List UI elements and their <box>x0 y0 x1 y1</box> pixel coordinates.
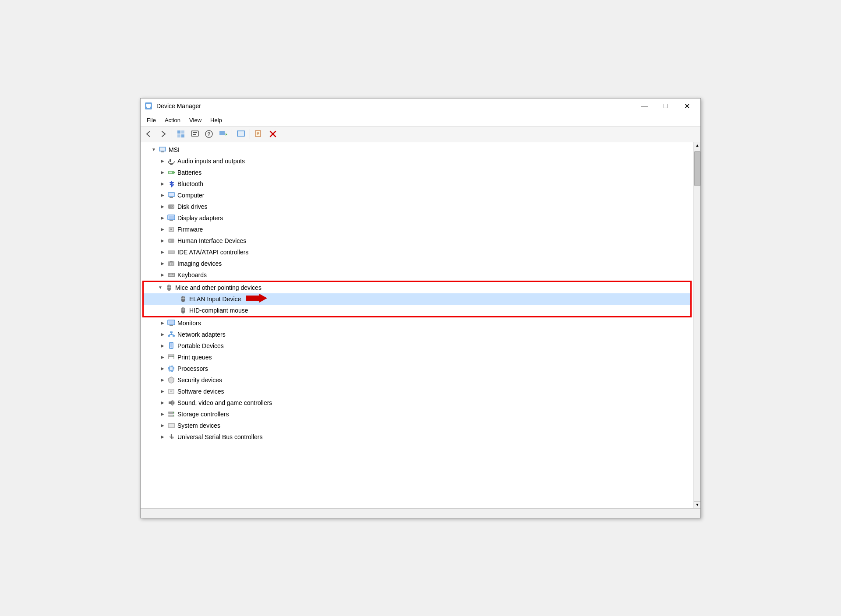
expand-imaging[interactable]: ▶ <box>158 259 167 268</box>
expand-system[interactable]: ▶ <box>158 421 167 430</box>
console-button[interactable] <box>234 128 247 140</box>
scroll-thumb[interactable] <box>694 151 700 186</box>
tree-print[interactable]: ▶ Print queues <box>141 352 693 363</box>
expand-display[interactable]: ▶ <box>158 214 167 222</box>
svg-point-105 <box>173 412 174 413</box>
tree-system[interactable]: ▶ System devices <box>141 420 693 431</box>
expand-monitors[interactable]: ▶ <box>158 319 167 327</box>
expand-batteries[interactable]: ▶ <box>158 168 167 177</box>
svg-rect-73 <box>173 335 175 337</box>
tree-usb[interactable]: ▶ Universal Serial Bus controllers <box>141 431 693 443</box>
scan-button[interactable] <box>216 128 230 140</box>
expand-processors[interactable]: ▶ <box>158 364 167 373</box>
elan-icon <box>179 295 187 303</box>
svg-rect-99 <box>169 390 173 393</box>
tree-monitors[interactable]: ▶ Monitors <box>141 317 693 329</box>
tree-portable[interactable]: ▶ Portable Devices <box>141 340 693 352</box>
tree-storage[interactable]: ▶ Storage controllers <box>141 408 693 420</box>
expand-msi[interactable]: ▼ <box>149 145 158 154</box>
maximize-button[interactable]: □ <box>656 99 676 113</box>
tree-imaging[interactable]: ▶ Imaging devices <box>141 258 693 269</box>
tree-keyboards[interactable]: ▶ Keyboards <box>141 269 693 281</box>
tree-disk[interactable]: ▶ Disk drives <box>141 201 693 212</box>
device-tree[interactable]: ▼ MSI ▶ <box>141 142 693 508</box>
expand-print[interactable]: ▶ <box>158 353 167 362</box>
svg-rect-3 <box>177 130 180 134</box>
firmware-icon <box>167 225 176 234</box>
expand-network[interactable]: ▶ <box>158 330 167 339</box>
expand-keyboards[interactable]: ▶ <box>158 271 167 279</box>
red-arrow-indicator <box>246 293 267 305</box>
scroll-down-button[interactable]: ▼ <box>694 501 700 508</box>
svg-rect-5 <box>177 134 180 137</box>
svg-rect-52 <box>169 274 170 275</box>
back-button[interactable] <box>142 128 155 140</box>
tree-elan[interactable]: ▶ ELAN Input Device <box>144 293 690 305</box>
tree-ide[interactable]: ▶ IDE ATA/ATAPI controllers <box>141 246 693 258</box>
tree-network[interactable]: ▶ Network adapters <box>141 329 693 340</box>
svg-marker-110 <box>170 434 172 435</box>
expand-usb[interactable]: ▶ <box>158 433 167 441</box>
tree-software[interactable]: ▶ Software devices <box>141 386 693 397</box>
elan-label: ELAN Input Device <box>189 296 241 303</box>
show-changed-button[interactable] <box>188 128 201 140</box>
scrollbar[interactable]: ▲ ▼ <box>693 142 700 508</box>
svg-point-49 <box>171 263 172 264</box>
expand-firmware[interactable]: ▶ <box>158 225 167 234</box>
tree-root-msi[interactable]: ▼ MSI <box>141 144 693 155</box>
tree-hid-mouse[interactable]: ▶ HID-compliant mouse <box>144 305 690 316</box>
expand-computer[interactable]: ▶ <box>158 191 167 200</box>
tree-batteries[interactable]: ▶ Batteries <box>141 167 693 178</box>
svg-rect-2 <box>147 107 150 108</box>
menu-bar: File Action View Help <box>141 114 700 127</box>
expand-sound[interactable]: ▶ <box>158 398 167 407</box>
svg-marker-102 <box>169 400 173 406</box>
disk-label: Disk drives <box>177 203 207 210</box>
menu-view[interactable]: View <box>185 115 206 125</box>
menu-action[interactable]: Action <box>160 115 185 125</box>
tree-security[interactable]: ▶ Security devices <box>141 374 693 386</box>
tree-bluetooth[interactable]: ▶ Bluetooth <box>141 178 693 190</box>
tree-hid[interactable]: ▶ Human Interface Devices <box>141 235 693 246</box>
svg-rect-7 <box>191 131 198 136</box>
audio-label: Audio inputs and outputs <box>177 158 245 165</box>
tree-audio[interactable]: ▶ Audio inputs and outputs <box>141 155 693 167</box>
expand-bluetooth[interactable]: ▶ <box>158 180 167 188</box>
menu-file[interactable]: File <box>142 115 160 125</box>
expand-disk[interactable]: ▶ <box>158 202 167 211</box>
sound-icon <box>167 398 176 407</box>
update-button[interactable] <box>252 128 265 140</box>
close-button[interactable]: ✕ <box>677 99 697 113</box>
properties-button[interactable]: ? <box>202 128 216 140</box>
print-icon <box>167 353 176 362</box>
tree-sound[interactable]: ▶ Sound, video and game controllers <box>141 397 693 408</box>
network-icon <box>167 330 176 339</box>
expand-storage[interactable]: ▶ <box>158 410 167 419</box>
mice-section: ▼ Mice and other pointing devices ▶ <box>142 281 692 317</box>
svg-point-106 <box>173 415 174 416</box>
tree-firmware[interactable]: ▶ Firmware <box>141 224 693 235</box>
expand-mice[interactable]: ▼ <box>156 283 165 292</box>
svg-rect-78 <box>170 343 172 347</box>
svg-rect-68 <box>169 321 174 324</box>
menu-help[interactable]: Help <box>206 115 226 125</box>
minimize-button[interactable]: — <box>635 99 655 113</box>
tree-display[interactable]: ▶ Display adapters <box>141 212 693 224</box>
expand-portable[interactable]: ▶ <box>158 341 167 350</box>
uninstall-button[interactable] <box>266 128 279 140</box>
tree-processors[interactable]: ▶ <box>141 363 693 374</box>
expand-hid[interactable]: ▶ <box>158 236 167 245</box>
expand-ide[interactable]: ▶ <box>158 248 167 257</box>
svg-rect-38 <box>169 216 174 219</box>
tree-mice[interactable]: ▼ Mice and other pointing devices <box>144 282 690 293</box>
show-devices-button[interactable] <box>174 128 187 140</box>
mice-label: Mice and other pointing devices <box>175 284 261 291</box>
expand-audio[interactable]: ▶ <box>158 157 167 165</box>
expand-software[interactable]: ▶ <box>158 387 167 396</box>
forward-button[interactable] <box>156 128 170 140</box>
expand-security[interactable]: ▶ <box>158 376 167 384</box>
svg-rect-72 <box>168 335 170 337</box>
tree-computer[interactable]: ▶ Computer <box>141 190 693 201</box>
scroll-up-button[interactable]: ▲ <box>694 142 700 149</box>
svg-rect-12 <box>219 131 225 135</box>
